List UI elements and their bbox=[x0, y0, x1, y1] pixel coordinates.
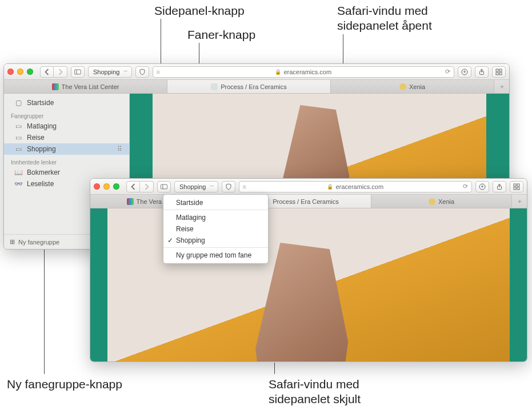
new-tab-group-label: Ny fanegruppe bbox=[18, 239, 59, 246]
sidebar-item-label: Leseliste bbox=[27, 180, 54, 188]
tab[interactable]: Xenia bbox=[331, 80, 494, 93]
tab-groups-dropdown: Startside Matlaging Reise Shopping Ny gr… bbox=[163, 194, 269, 264]
reload-icon[interactable]: ⟳ bbox=[445, 68, 450, 75]
url-host: eraceramics.com bbox=[283, 69, 331, 75]
address-bar[interactable]: ≡ 🔒 eraceramics.com ⟳ bbox=[239, 181, 473, 192]
callout-line bbox=[274, 363, 275, 374]
dropdown-item-start[interactable]: Startside bbox=[163, 197, 268, 210]
address-bar[interactable]: ≡ 🔒 eraceramics.com ⟳ bbox=[153, 66, 455, 78]
plus-box-icon: ⊞ bbox=[10, 238, 15, 246]
back-button[interactable] bbox=[40, 66, 54, 78]
sidebar-section-links: Innhentede lenker bbox=[4, 155, 129, 167]
tab-label: The Vera List Center bbox=[62, 83, 119, 90]
tab-groups-label: Shopping bbox=[179, 183, 206, 190]
callout-tabs-button: Faner-knapp bbox=[187, 27, 255, 42]
svg-rect-0 bbox=[74, 70, 81, 74]
glasses-icon: 👓 bbox=[14, 180, 22, 188]
toolbar: Shopping ﹀ ≡ 🔒 eraceramics.com ⟳ bbox=[4, 64, 509, 80]
sidebar-item-label: Reise bbox=[27, 134, 45, 142]
tab-label: Process / Era Ceramics bbox=[221, 83, 287, 90]
sidebar-item-group[interactable]: ▭ Reise bbox=[4, 132, 129, 143]
toolbar: Shopping ﹀ ≡ 🔒 eraceramics.com ⟳ bbox=[90, 179, 527, 195]
tab[interactable]: Xenia bbox=[371, 195, 512, 208]
page-content bbox=[90, 208, 527, 361]
url-host: eraceramics.com bbox=[335, 183, 383, 190]
tabs-icon: ▭ bbox=[14, 134, 22, 142]
tab[interactable]: Process / Era Ceramics bbox=[167, 80, 331, 93]
tab-groups-label: Shopping bbox=[93, 69, 120, 75]
sidebar-toggle-button[interactable] bbox=[71, 66, 85, 78]
lock-icon: 🔒 bbox=[275, 69, 281, 75]
sidebar-section-groups: Fanegrupper bbox=[4, 108, 129, 120]
minimize-window-button[interactable] bbox=[17, 69, 23, 75]
dropdown-item[interactable]: Matlaging bbox=[163, 212, 268, 223]
favicon bbox=[429, 198, 435, 205]
close-window-button[interactable] bbox=[94, 183, 100, 190]
sidebar-item-label: Startside bbox=[27, 99, 54, 107]
callout-new-group-button: Ny fanegruppe-knapp bbox=[7, 377, 122, 392]
svg-rect-7 bbox=[499, 73, 502, 75]
svg-rect-15 bbox=[517, 187, 519, 190]
sidebar-item-group[interactable]: ▭ Matlaging bbox=[4, 120, 129, 132]
sidebar-item-start[interactable]: ▢ Startside bbox=[4, 97, 129, 108]
share-button[interactable] bbox=[475, 66, 489, 78]
chevron-down-icon: ﹀ bbox=[123, 69, 128, 75]
tab-groups-button[interactable]: Shopping ﹀ bbox=[174, 181, 218, 192]
svg-rect-8 bbox=[161, 184, 167, 189]
svg-rect-6 bbox=[496, 73, 498, 75]
svg-rect-5 bbox=[499, 69, 502, 71]
dropdown-item-selected[interactable]: Shopping bbox=[163, 235, 268, 248]
favicon bbox=[211, 83, 218, 90]
book-icon: 📖 bbox=[14, 168, 22, 176]
chevron-down-icon: ﹀ bbox=[210, 183, 214, 190]
favicon bbox=[127, 198, 134, 205]
nav-back-forward bbox=[40, 66, 67, 78]
privacy-report-button[interactable] bbox=[222, 181, 235, 192]
downloads-button[interactable] bbox=[475, 181, 489, 192]
forward-button[interactable] bbox=[54, 66, 67, 78]
zoom-window-button[interactable] bbox=[113, 183, 119, 190]
reload-icon[interactable]: ⟳ bbox=[463, 183, 468, 190]
callout-window-open: Safari-vindu med sidepanelet åpent bbox=[337, 3, 432, 34]
downloads-button[interactable] bbox=[458, 66, 471, 78]
new-tab-button[interactable]: ＋ bbox=[512, 195, 527, 208]
tab-overview-button[interactable] bbox=[510, 181, 523, 192]
reader-icon: ≡ bbox=[243, 183, 246, 190]
tab-overview-button[interactable] bbox=[492, 66, 506, 78]
tabs-icon: ▭ bbox=[14, 122, 22, 130]
callout-line bbox=[44, 240, 45, 374]
svg-rect-14 bbox=[514, 187, 516, 190]
new-tab-button[interactable]: ＋ bbox=[494, 80, 509, 93]
callout-window-hidden: Safari-vindu med sidepanelet skjult bbox=[269, 377, 361, 407]
share-button[interactable] bbox=[493, 181, 506, 192]
tab-bar: The Vera List Center Process / Era Ceram… bbox=[4, 80, 509, 94]
sidebar-toggle-button[interactable] bbox=[157, 181, 171, 192]
tab-bar: The Vera List Center Process / Era Ceram… bbox=[90, 195, 527, 208]
forward-button[interactable] bbox=[140, 181, 154, 192]
dropdown-item[interactable]: Reise bbox=[163, 223, 268, 235]
sidebar-item-label: Matlaging bbox=[27, 122, 57, 130]
sidebar-item-bookmarks[interactable]: 📖 Bokmerker bbox=[4, 167, 129, 178]
tab[interactable]: The Vera List Center bbox=[4, 80, 167, 93]
privacy-report-button[interactable] bbox=[135, 66, 149, 78]
callout-sidebar-button: Sidepanel-knapp bbox=[154, 3, 245, 18]
sidebar-item-group-selected[interactable]: ▭ Shopping ⠿ bbox=[4, 143, 129, 155]
svg-rect-4 bbox=[496, 69, 498, 71]
window-controls bbox=[94, 183, 119, 190]
svg-rect-12 bbox=[514, 184, 516, 186]
dropdown-item-new-group[interactable]: Ny gruppe med tom fane bbox=[163, 250, 268, 261]
grid-icon: ▢ bbox=[14, 99, 22, 107]
svg-rect-13 bbox=[517, 184, 519, 186]
sidebar-item-label: Bokmerker bbox=[27, 168, 60, 176]
back-button[interactable] bbox=[126, 181, 140, 192]
grid-view-icon[interactable]: ⠿ bbox=[117, 145, 122, 153]
favicon bbox=[52, 83, 59, 90]
sidebar-item-label: Shopping bbox=[27, 145, 56, 153]
lock-icon: 🔒 bbox=[327, 184, 333, 190]
tab-groups-button[interactable]: Shopping ﹀ bbox=[88, 66, 132, 78]
minimize-window-button[interactable] bbox=[103, 183, 110, 190]
close-window-button[interactable] bbox=[7, 69, 14, 75]
callout-line bbox=[343, 34, 343, 63]
zoom-window-button[interactable] bbox=[27, 69, 33, 75]
nav-back-forward bbox=[126, 181, 154, 192]
